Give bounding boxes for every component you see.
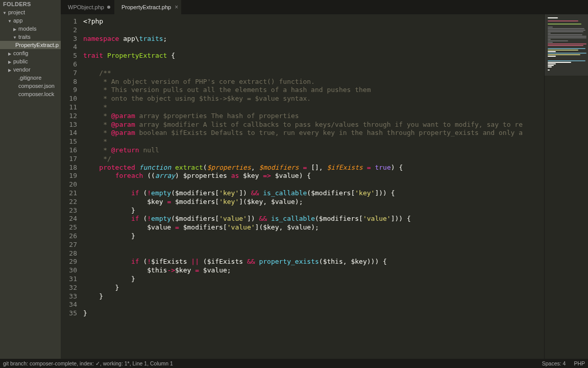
tab-label: PropertyExtract.php	[121, 4, 171, 10]
status-spaces[interactable]: Spaces: 4	[542, 360, 566, 366]
tree-row[interactable]: config	[0, 49, 61, 57]
code-line: foreach ((array) $properties as $key => …	[83, 172, 544, 180]
code-line: *	[83, 103, 544, 112]
minimap-line	[548, 40, 568, 41]
minimap-line	[548, 28, 584, 29]
line-number: 24	[61, 215, 77, 223]
minimap-content	[548, 17, 585, 71]
tree-row[interactable]: public	[0, 57, 61, 65]
tree-label: composer.json	[17, 83, 55, 89]
tree-row[interactable]: composer.lock	[0, 90, 61, 98]
disclosure-icon[interactable]	[12, 26, 17, 32]
tab[interactable]: PropertyExtract.php×	[114, 0, 181, 14]
code-line: }	[83, 232, 544, 241]
line-number: 17	[61, 155, 77, 164]
line-number: 34	[61, 301, 77, 309]
main-area: WPObject.phpPropertyExtract.php× 1234567…	[61, 0, 588, 368]
tree-label: public	[12, 58, 28, 64]
tree-row[interactable]: models	[0, 25, 61, 33]
code-line: * @return null	[83, 146, 544, 155]
line-number: 11	[61, 103, 77, 112]
line-number: 32	[61, 284, 77, 292]
code-line: * @param array $properties The hash of p…	[83, 112, 544, 121]
code-line: $this->$key = $value;	[83, 266, 544, 275]
line-number: 19	[61, 172, 77, 180]
minimap-line	[548, 17, 558, 18]
code-line: }	[83, 206, 544, 215]
line-number: 30	[61, 266, 77, 275]
code-line: }	[83, 284, 544, 292]
code-line: }	[83, 309, 544, 318]
line-number: 5	[61, 52, 77, 60]
minimap-line	[548, 39, 551, 40]
tree-row[interactable]: app	[0, 16, 61, 25]
file-tree: projectappmodelstraitsPropertyExtract.pc…	[0, 8, 61, 368]
sidebar: FOLDERS projectappmodelstraitsPropertyEx…	[0, 0, 61, 368]
dirty-indicator-icon	[107, 6, 110, 9]
code-line: if (!empty($modifiers['value']) && is_ca…	[83, 215, 544, 223]
disclosure-icon[interactable]	[12, 34, 17, 40]
minimap-line	[548, 50, 578, 51]
disclosure-icon[interactable]	[7, 17, 12, 24]
disclosure-icon[interactable]	[7, 58, 12, 64]
tree-label: project	[7, 9, 25, 15]
disclosure-icon[interactable]	[7, 66, 12, 73]
minimap-line	[548, 63, 556, 64]
minimap-line	[548, 54, 580, 55]
code-line: * onto the object using $this->$key = $v…	[83, 95, 544, 103]
tree-row[interactable]: vendor	[0, 65, 61, 74]
line-number: 21	[61, 189, 77, 198]
status-bar: git branch: composer-complete, index: ✓,…	[0, 359, 588, 368]
tree-label: models	[17, 26, 36, 32]
minimap-line	[548, 36, 586, 37]
line-number: 22	[61, 198, 77, 206]
line-number: 31	[61, 275, 77, 284]
line-number: 26	[61, 232, 77, 241]
tab-label: WPObject.php	[68, 4, 104, 10]
minimap-line	[548, 60, 585, 61]
tree-row[interactable]: project	[0, 8, 61, 16]
line-number: 23	[61, 206, 77, 215]
status-left: git branch: composer-complete, index: ✓,…	[3, 360, 173, 366]
code-line: if (!empty($modifiers['key']) && is_call…	[83, 189, 544, 198]
status-language[interactable]: PHP	[574, 360, 585, 366]
tree-row[interactable]: PropertyExtract.p	[0, 41, 61, 49]
tree-row[interactable]: .gitignore	[0, 74, 61, 82]
tree-label: .gitignore	[17, 75, 41, 81]
line-number: 6	[61, 60, 77, 69]
line-number: 1	[61, 17, 77, 26]
close-icon[interactable]: ×	[175, 4, 178, 11]
code-line: /**	[83, 69, 544, 78]
disclosure-icon[interactable]	[2, 9, 7, 15]
tree-row[interactable]: traits	[0, 33, 61, 41]
tree-label: vendor	[12, 66, 31, 73]
line-gutter: 1234567891011121314151617181920212223242…	[61, 14, 81, 368]
minimap-line	[548, 31, 583, 32]
line-number: 35	[61, 309, 77, 318]
tree-label: config	[12, 50, 28, 56]
code-line: * @param array $modifier A list of callb…	[83, 121, 544, 129]
tree-label: PropertyExtract.p	[14, 42, 59, 48]
minimap-line	[548, 34, 582, 35]
tab[interactable]: WPObject.php	[61, 0, 114, 14]
minimap[interactable]	[544, 14, 588, 368]
code-line: * This version pulls out all the element…	[83, 86, 544, 95]
minimap-line	[548, 27, 553, 28]
line-number: 13	[61, 121, 77, 129]
disclosure-icon[interactable]	[7, 50, 12, 56]
code-line	[83, 43, 544, 52]
code-line: namespace app\traits;	[83, 35, 544, 43]
line-number: 4	[61, 43, 77, 52]
line-number: 3	[61, 35, 77, 43]
tree-row[interactable]: composer.json	[0, 82, 61, 90]
line-number: 7	[61, 69, 77, 78]
sidebar-header: FOLDERS	[0, 0, 61, 8]
minimap-line	[548, 30, 585, 31]
minimap-line	[548, 33, 551, 34]
tree-label: traits	[17, 34, 31, 40]
code-area[interactable]: <?php namespace app\traits; trait Proper…	[81, 14, 544, 368]
line-number: 20	[61, 180, 77, 189]
line-number: 33	[61, 292, 77, 301]
line-number: 8	[61, 78, 77, 86]
code-line: trait PropertyExtract {	[83, 52, 544, 60]
